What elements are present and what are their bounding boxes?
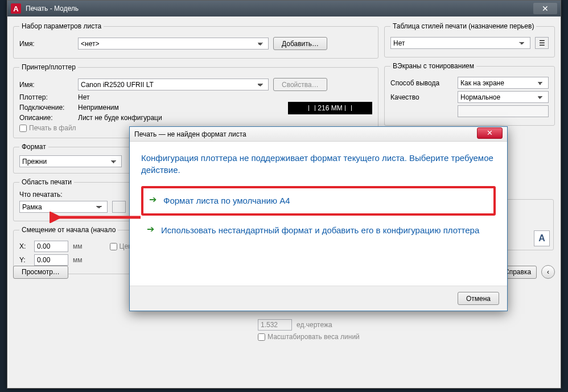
offset-y-label: Y: — [19, 256, 30, 264]
window-title: Печать - Модель — [26, 5, 533, 13]
plot-style-edit-icon[interactable]: ☰ — [535, 37, 549, 49]
paper-size-combo[interactable]: Прежни — [19, 155, 122, 167]
option-custom-size-label: Использовать нестандартный формат и доба… — [161, 225, 479, 236]
what-to-plot-combo[interactable]: Рамка — [19, 201, 108, 213]
modal-footer: Отмена — [130, 286, 507, 311]
pagesetup-name-label: Имя: — [19, 40, 73, 48]
modal-cancel-button[interactable]: Отмена — [458, 292, 499, 305]
expand-options-button[interactable]: ‹ — [541, 265, 555, 279]
scale-units-label: ед.чертежа — [297, 321, 332, 329]
connection-value: Неприменим — [78, 104, 119, 112]
paper-size-not-found-dialog: Печать — не найден формат листа ✕ Конфиг… — [129, 126, 508, 311]
page-setup-group: Набор параметров листа Имя: <нет> Добави… — [13, 22, 378, 59]
paper-size-legend: Формат — [19, 143, 48, 151]
scale-custom-input — [258, 319, 292, 331]
plot-area-legend: Область печати — [19, 178, 74, 186]
modal-titlebar: Печать — не найден формат листа ✕ — [130, 127, 507, 142]
plot-to-file-label: Печать в файл — [29, 124, 76, 132]
arrow-right-icon: ➔ — [147, 225, 154, 234]
description-value: Лист не буде конфигураци — [78, 114, 162, 122]
shade-quality-label: Качество — [390, 93, 453, 101]
shade-quality-combo[interactable]: Нормальное — [458, 91, 549, 103]
scale-lineweights-input[interactable] — [258, 333, 265, 341]
dpi-input — [458, 105, 549, 117]
chevron-left-icon: ‹ — [547, 268, 549, 276]
preview-button[interactable]: Просмотр… — [13, 266, 68, 279]
printer-name-combo[interactable]: Canon iR2520 UFRII LT — [78, 79, 269, 90]
shade-mode-combo[interactable]: Как на экране — [458, 77, 549, 89]
offset-x-input[interactable] — [34, 241, 68, 252]
scale-lineweights-label: Масштабировать веса линий — [267, 333, 360, 341]
orientation-preview-icon: A — [534, 230, 550, 246]
pagesetup-add-button[interactable]: Добавить… — [273, 37, 327, 50]
plot-to-file-input[interactable] — [19, 125, 27, 132]
plot-styles-group: Таблица стилей печати (назначение перьев… — [384, 22, 555, 57]
modal-title: Печать — не найден формат листа — [134, 130, 477, 138]
option-custom-size[interactable]: ➔ Использовать нестандартный формат и до… — [141, 218, 496, 243]
shade-group: ВЭкраны с тонированием Способ вывода Как… — [384, 62, 555, 126]
offset-y-input[interactable] — [34, 254, 68, 266]
plotter-value: Нет — [78, 93, 89, 101]
window-pick-button[interactable] — [112, 201, 126, 213]
plotter-label: Плоттер: — [19, 93, 73, 101]
pagesetup-name-combo[interactable]: <нет> — [78, 38, 269, 49]
titlebar: A Печать - Модель ✕ — [7, 1, 561, 16]
scale-lineweights-checkbox[interactable]: Масштабировать веса линий — [258, 333, 360, 341]
paper-width-indicator: 216 MM — [288, 102, 372, 114]
offset-legend: Смещение от начала (начало — [19, 226, 118, 234]
printer-name-label: Имя: — [19, 81, 73, 89]
shade-legend: ВЭкраны с тонированием — [390, 62, 476, 70]
option-default-a4-label: Формат листа по умолчанию A4 — [163, 195, 290, 207]
shade-mode-label: Способ вывода — [390, 79, 453, 87]
printer-properties-button[interactable]: Свойства… — [273, 78, 327, 91]
paper-preview: 216 MM — [288, 102, 372, 114]
option-default-a4[interactable]: ➔ Формат листа по умолчанию A4 — [141, 186, 496, 216]
page-setup-legend: Набор параметров листа — [19, 22, 104, 30]
modal-close-button[interactable]: ✕ — [477, 127, 503, 139]
offset-x-units: мм — [73, 242, 83, 250]
description-label: Описание: — [19, 114, 73, 122]
modal-message: Конфигурация плоттера не поддерживает фо… — [141, 152, 496, 176]
printer-legend: Принтер/плоттер — [19, 63, 78, 71]
arrow-right-icon: ➔ — [149, 195, 157, 204]
plot-style-combo[interactable]: Нет — [390, 37, 530, 49]
offset-x-label: X: — [19, 242, 30, 250]
center-input[interactable] — [110, 243, 117, 250]
close-icon[interactable]: ✕ — [533, 3, 557, 14]
app-icon: A — [11, 3, 21, 14]
connection-label: Подключение: — [19, 104, 73, 112]
offset-y-units: мм — [73, 256, 83, 264]
plot-styles-legend: Таблица стилей печати (назначение перьев… — [390, 22, 536, 30]
